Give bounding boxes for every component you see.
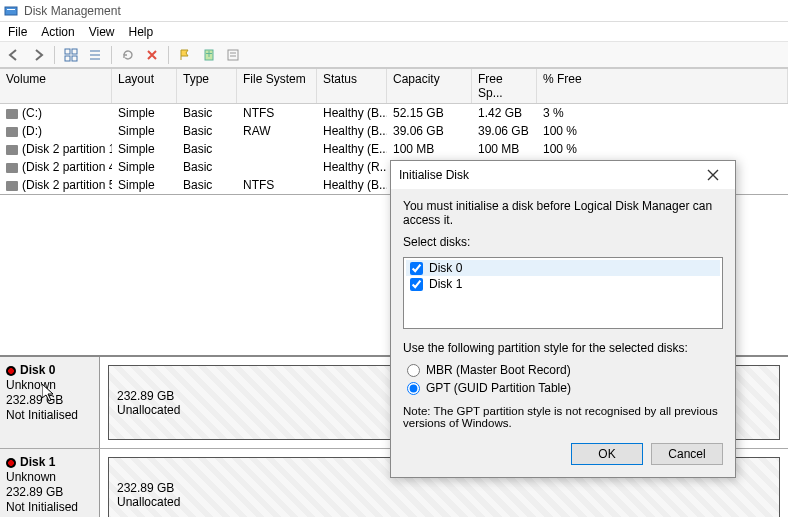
volume-header-row: Volume Layout Type File System Status Ca… (0, 68, 788, 104)
disk-checkbox-row[interactable]: Disk 0 (406, 260, 720, 276)
new-icon[interactable]: + (199, 45, 219, 65)
table-row[interactable]: (C:)SimpleBasicNTFSHealthy (B...52.15 GB… (0, 104, 788, 122)
col-capacity[interactable]: Capacity (387, 69, 472, 103)
back-icon[interactable] (4, 45, 24, 65)
disk-status-icon (6, 366, 16, 376)
table-row[interactable]: (Disk 2 partition 1)SimpleBasicHealthy (… (0, 140, 788, 158)
volume-icon (6, 145, 18, 155)
initialise-disk-dialog: Initialise Disk You must initialise a di… (390, 160, 736, 478)
window-titlebar: Disk Management (0, 0, 788, 22)
disk-info-panel[interactable]: Disk 1Unknown232.89 GBNot Initialised (0, 449, 100, 517)
ok-button[interactable]: OK (571, 443, 643, 465)
disk0-label: Disk 0 (429, 261, 462, 275)
mbr-label: MBR (Master Boot Record) (426, 363, 571, 377)
col-layout[interactable]: Layout (112, 69, 177, 103)
svg-rect-11 (228, 50, 238, 60)
svg-rect-5 (72, 56, 77, 61)
gpt-label: GPT (GUID Partition Table) (426, 381, 571, 395)
mbr-radio-row[interactable]: MBR (Master Boot Record) (407, 363, 723, 377)
disk0-checkbox[interactable] (410, 262, 423, 275)
cancel-button[interactable]: Cancel (651, 443, 723, 465)
dialog-note: Note: The GPT partition style is not rec… (403, 405, 723, 429)
select-disks-label: Select disks: (403, 235, 723, 249)
col-volume[interactable]: Volume (0, 69, 112, 103)
dialog-titlebar: Initialise Disk (391, 161, 735, 189)
col-status[interactable]: Status (317, 69, 387, 103)
disk1-checkbox[interactable] (410, 278, 423, 291)
menu-action[interactable]: Action (41, 25, 74, 39)
col-filesystem[interactable]: File System (237, 69, 317, 103)
close-icon[interactable] (699, 165, 727, 185)
svg-rect-0 (5, 7, 17, 15)
window-title: Disk Management (24, 4, 121, 18)
menu-view[interactable]: View (89, 25, 115, 39)
col-free[interactable]: Free Sp... (472, 69, 537, 103)
tiles-icon[interactable] (61, 45, 81, 65)
disk1-label: Disk 1 (429, 277, 462, 291)
svg-rect-2 (65, 49, 70, 54)
col-type[interactable]: Type (177, 69, 237, 103)
mbr-radio[interactable] (407, 364, 420, 377)
gpt-radio[interactable] (407, 382, 420, 395)
svg-rect-3 (72, 49, 77, 54)
app-icon (4, 4, 18, 18)
volume-icon (6, 127, 18, 137)
toolbar: + (0, 42, 788, 68)
menubar: File Action View Help (0, 22, 788, 42)
volume-icon (6, 163, 18, 173)
disk-info-panel[interactable]: Disk 0Unknown232.89 GBNot Initialised (0, 357, 100, 448)
disk-checkbox-row[interactable]: Disk 1 (406, 276, 720, 292)
svg-text:+: + (205, 48, 212, 61)
volume-icon (6, 181, 18, 191)
svg-rect-1 (7, 9, 15, 10)
table-row[interactable]: (D:)SimpleBasicRAWHealthy (B...39.06 GB3… (0, 122, 788, 140)
forward-icon[interactable] (28, 45, 48, 65)
menu-file[interactable]: File (8, 25, 27, 39)
properties-icon[interactable] (223, 45, 243, 65)
menu-help[interactable]: Help (129, 25, 154, 39)
dialog-intro: You must initialise a disk before Logica… (403, 199, 723, 227)
volume-icon (6, 109, 18, 119)
gpt-radio-row[interactable]: GPT (GUID Partition Table) (407, 381, 723, 395)
partition-style-label: Use the following partition style for th… (403, 341, 723, 355)
delete-icon[interactable] (142, 45, 162, 65)
list-icon[interactable] (85, 45, 105, 65)
disk-select-list: Disk 0 Disk 1 (403, 257, 723, 329)
disk-status-icon (6, 458, 16, 468)
refresh-icon[interactable] (118, 45, 138, 65)
dialog-title: Initialise Disk (399, 168, 469, 182)
flag-icon[interactable] (175, 45, 195, 65)
svg-rect-4 (65, 56, 70, 61)
col-pctfree[interactable]: % Free (537, 69, 788, 103)
